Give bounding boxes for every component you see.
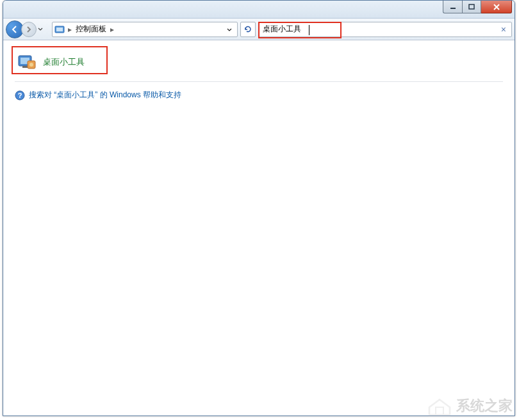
maximize-button[interactable] xyxy=(462,1,481,13)
svg-rect-6 xyxy=(22,66,28,68)
clear-search-button[interactable]: × xyxy=(498,24,509,35)
search-box[interactable]: × xyxy=(258,22,512,37)
window-controls xyxy=(443,1,512,13)
svg-point-8 xyxy=(29,63,33,67)
address-dropdown[interactable] xyxy=(223,25,236,34)
back-arrow-icon xyxy=(10,25,19,34)
forward-button[interactable] xyxy=(21,22,37,37)
close-icon xyxy=(493,4,500,10)
navigation-bar: ▸ 控制面板 ▸ × xyxy=(3,19,515,40)
chevron-down-icon xyxy=(227,28,232,32)
svg-rect-0 xyxy=(450,8,456,9)
refresh-icon xyxy=(243,25,252,34)
svg-rect-3 xyxy=(56,28,63,31)
address-bar[interactable]: ▸ 控制面板 ▸ xyxy=(52,22,238,37)
titlebar xyxy=(3,1,515,19)
chevron-down-icon xyxy=(38,28,43,31)
result-desktop-gadgets[interactable]: 桌面小工具 xyxy=(15,49,104,75)
control-panel-icon xyxy=(54,24,65,35)
svg-text:?: ? xyxy=(18,92,22,99)
text-cursor xyxy=(309,25,309,35)
desktop-gadgets-icon xyxy=(17,53,37,71)
forward-arrow-icon xyxy=(25,26,33,33)
close-button[interactable] xyxy=(481,1,512,13)
nav-buttons xyxy=(6,20,49,39)
minimize-icon xyxy=(450,4,456,10)
svg-rect-1 xyxy=(469,4,474,9)
help-link-text: 搜索对 “桌面小工具” 的 Windows 帮助和支持 xyxy=(29,90,181,101)
help-icon: ? xyxy=(15,90,25,101)
breadcrumb-separator[interactable]: ▸ xyxy=(108,25,117,34)
breadcrumb-item[interactable]: 控制面板 xyxy=(74,24,108,35)
result-label: 桌面小工具 xyxy=(43,56,85,68)
control-panel-window: ▸ 控制面板 ▸ × xyxy=(3,0,515,416)
search-input[interactable] xyxy=(261,25,498,34)
history-dropdown[interactable] xyxy=(37,28,44,31)
divider xyxy=(15,81,503,82)
windows-help-link[interactable]: ? 搜索对 “桌面小工具” 的 Windows 帮助和支持 xyxy=(15,88,503,102)
maximize-icon xyxy=(468,4,475,10)
breadcrumb-separator[interactable]: ▸ xyxy=(65,25,74,34)
content-area: 桌面小工具 ? 搜索对 “桌面小工具” 的 Windows 帮助和支持 xyxy=(3,40,515,416)
minimize-button[interactable] xyxy=(443,1,462,13)
refresh-button[interactable] xyxy=(240,22,256,37)
